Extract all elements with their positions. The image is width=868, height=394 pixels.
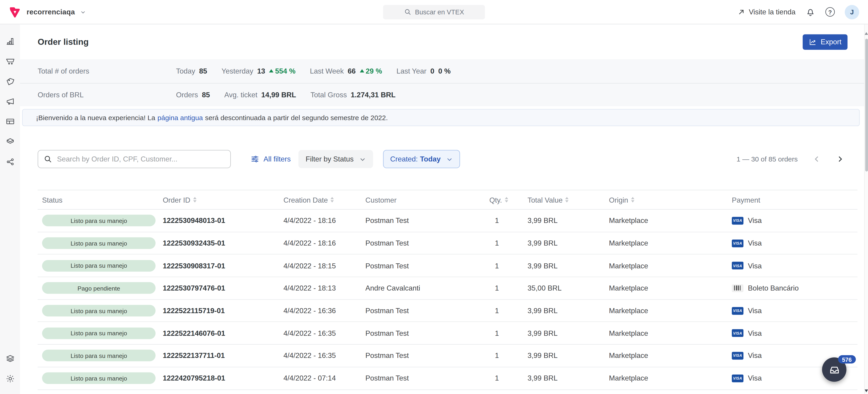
table-row[interactable]: Listo para su manejo 1222530908317-01 4/… [38,255,858,277]
chevron-down-icon [359,156,366,162]
col-creation-date[interactable]: Creation Date [283,196,365,204]
total-value-cell: 3,99 BRL [527,374,609,382]
creation-date-cell: 4/4/2022 - 18:16 [283,239,365,247]
inbox-icon [829,364,840,375]
scrollbar-thumb[interactable] [865,39,868,171]
package-icon[interactable] [5,137,14,146]
share-icon[interactable] [5,157,14,166]
creation-date-cell: 4/4/2022 - 18:15 [283,262,365,270]
table-row[interactable]: Listo para su manejo 1222522146076-01 4/… [38,322,858,345]
scroll-up-arrow[interactable] [865,32,868,35]
qty-cell: 1 [485,374,528,382]
barcode-icon [732,284,743,292]
main-content: Order listing Export Total # of orders T… [20,25,864,394]
payment-cell: VISAVisa [732,329,858,337]
orders-search-input[interactable] [38,150,231,168]
status-badge: Listo para su manejo [42,237,156,249]
table-row[interactable]: Listo para su manejo 1222522137711-01 4/… [38,344,858,367]
chevron-right-icon [836,155,844,163]
table-row[interactable]: Pago pendiente 1222530797476-01 4/4/2022… [38,277,858,300]
scroll-down-arrow[interactable] [865,389,868,392]
table-header-row: Status Order ID Creation Date Customer Q… [38,190,858,210]
metric-yesterday: Yesterday 13 554 % [221,67,296,75]
col-total-value[interactable]: Total Value [527,196,609,204]
origin-cell: Marketplace [609,239,732,247]
table-row[interactable]: Listo para su manejo 1222530948013-01 4/… [38,210,858,232]
tag-icon[interactable] [5,77,14,86]
visa-icon: VISA [732,217,743,225]
payment-cell: VISAVisa [732,306,858,315]
sort-icon [331,197,334,202]
origin-cell: Marketplace [609,374,732,382]
created-filter-dropdown[interactable]: Created:Today [383,150,460,168]
col-origin[interactable]: Origin [609,196,732,204]
total-value-cell: 3,99 BRL [527,239,609,247]
visit-store-link[interactable]: Visite la tienda [737,8,796,16]
page-title: Order listing [38,37,89,47]
visa-icon: VISA [732,329,743,337]
sort-icon [565,197,569,202]
customer-cell: Postman Test [366,374,485,382]
help-button[interactable]: ? [825,7,835,17]
qty-cell: 1 [485,306,528,315]
table-row[interactable]: Listo para su manejo 1222530932435-01 4/… [38,232,858,255]
gear-icon[interactable] [5,374,14,383]
creation-date-cell: 4/4/2022 - 16:35 [283,352,365,360]
metric-total-gross: Total Gross 1.274,31 BRL [310,91,395,99]
notifications-button[interactable] [805,7,815,17]
orders-toolbar: All filters Filter by Status Created:Tod… [20,150,864,168]
pagination: 1 — 30 of 85 orders [737,155,844,164]
creation-date-cell: 4/4/2022 - 07:14 [283,374,365,382]
total-value-cell: 3,99 BRL [527,352,609,360]
export-button[interactable]: Export [803,34,847,50]
total-value-cell: 3,99 BRL [527,329,609,337]
bar-chart-icon[interactable] [5,37,14,46]
avatar-initial: J [850,8,854,16]
table-row-partial[interactable] [38,390,858,394]
layers-icon[interactable] [5,354,14,363]
megaphone-icon[interactable] [5,97,14,106]
banner-text: ¡Bienvenido a la nueva experiencia! La [36,114,155,122]
global-search[interactable]: Buscar en VTEX [383,5,485,19]
table-row[interactable]: Listo para su manejo 1222420795218-01 4/… [38,367,858,390]
col-order-id[interactable]: Order ID [163,196,283,204]
account-switcher[interactable]: recorrenciaqa [9,6,86,18]
sort-icon [631,197,634,202]
stats-row-label: Total # of orders [38,67,176,75]
vtex-logo-icon [9,6,21,18]
origin-cell: Marketplace [609,306,732,315]
visa-icon: VISA [732,374,743,382]
old-page-link[interactable]: página antigua [157,114,203,122]
visit-store-label: Visite la tienda [749,8,795,16]
order-id-cell: 1222522115719-01 [163,306,283,315]
metric-last-week: Last Week 66 29 % [310,67,382,75]
order-id-cell: 1222420795218-01 [163,374,283,382]
filter-by-status-dropdown[interactable]: Filter by Status [299,150,373,168]
cart-icon[interactable] [5,57,14,66]
storefront-table-icon[interactable] [5,117,14,126]
orders-search [38,150,231,168]
status-badge: Listo para su manejo [42,260,156,271]
sliders-icon [251,155,259,163]
total-value-cell: 35,00 BRL [527,284,609,292]
origin-cell: Marketplace [609,329,732,337]
topbar-actions: Visite la tienda ? J [737,5,859,19]
notifications-fab[interactable]: 576 [822,357,846,382]
customer-cell: Postman Test [366,352,485,360]
pagination-prev-button[interactable] [812,155,821,164]
payment-cell: VISAVisa [732,217,858,225]
table-row[interactable]: Listo para su manejo 1222522115719-01 4/… [38,300,858,322]
metric-last-year: Last Year 0 0 % [397,67,451,75]
pagination-range: 1 — 30 of 85 orders [737,155,798,163]
customer-cell: Postman Test [366,217,485,225]
delta-up-icon [360,69,364,73]
chevron-left-icon [812,155,821,163]
order-id-cell: 1222530908317-01 [163,262,283,270]
col-customer: Customer [366,196,485,204]
all-filters-button[interactable]: All filters [251,155,291,163]
pagination-next-button[interactable] [835,155,844,164]
customer-cell: Andre Cavalcanti [366,284,485,292]
col-qty[interactable]: Qty. [485,196,528,204]
orders-table: Status Order ID Creation Date Customer Q… [38,190,858,394]
avatar[interactable]: J [845,5,859,19]
